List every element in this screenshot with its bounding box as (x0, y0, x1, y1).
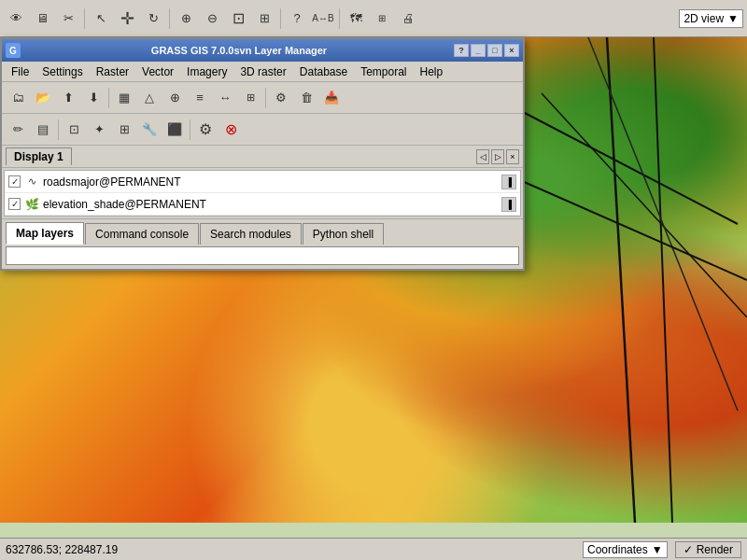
layer-item[interactable]: ✓ ∿ roadsmajor@PERMANENT ▐ (5, 171, 520, 193)
add-overlay-button[interactable]: ⊞ (238, 86, 262, 110)
window-title: GRASS GIS 7.0.0svn Layer Manager (24, 45, 454, 56)
grid-icon[interactable]: ⊞ (370, 7, 394, 31)
tb2-sep2 (190, 119, 190, 140)
layer-checkbox-2[interactable]: ✓ (8, 198, 21, 210)
coord-type-label: Coordinates (587, 543, 648, 556)
menu-settings[interactable]: Settings (36, 63, 88, 80)
content-area: Display 1 ◁ ▷ × ✓ ∿ roadsmajor@PERMANENT… (2, 146, 523, 269)
svg-line-0 (607, 37, 635, 523)
map-icon[interactable]: 🗺 (344, 7, 368, 31)
command-input[interactable] (6, 246, 519, 265)
add-vector-button[interactable]: △ (137, 86, 162, 110)
separator1 (84, 8, 85, 29)
open-button[interactable]: 📂 (31, 86, 55, 110)
query-icon[interactable]: ? (285, 7, 309, 31)
layer-settings-1[interactable]: ▐ (501, 175, 516, 189)
layer-name-1: roadsmajor@PERMANENT (43, 175, 498, 189)
menu-bar: File Settings Raster Vector Imagery 3D r… (2, 62, 523, 82)
tab-python-shell[interactable]: Python shell (303, 223, 384, 245)
zoom-in-icon[interactable]: ⊕ (174, 7, 198, 31)
add-scalebar-button[interactable]: ↔ (213, 86, 237, 110)
view-label: 2D view (684, 12, 724, 25)
display-header: Display 1 ◁ ▷ × (2, 146, 523, 168)
display-close-button[interactable]: × (506, 149, 519, 164)
render-label: Render (697, 543, 733, 556)
layer-settings-2[interactable]: ▐ (501, 197, 516, 212)
menu-file[interactable]: File (6, 63, 35, 80)
import-button[interactable]: ⬆ (56, 86, 80, 110)
tab-search-modules[interactable]: Search modules (200, 223, 302, 245)
zoom-region-icon[interactable]: ⊡ (226, 7, 250, 31)
pointer-icon[interactable]: ↖ (89, 7, 113, 31)
display-tab[interactable]: Display 1 (6, 147, 72, 165)
tab-command-console[interactable]: Command console (85, 223, 199, 245)
attribute-table-button[interactable]: ▤ (31, 118, 55, 142)
display-next-button[interactable]: ▷ (491, 149, 504, 164)
add-legend-button[interactable]: ≡ (188, 86, 212, 110)
distance-icon[interactable]: A↔B (311, 7, 335, 31)
command-input-area (2, 245, 523, 269)
view-dropdown[interactable]: 2D view ▼ (679, 9, 743, 28)
status-bar: 632786.53; 228487.19 Coordinates ▼ ✓ Ren… (0, 538, 747, 560)
display-nav: ◁ ▷ × (476, 149, 519, 164)
eraser-icon[interactable]: ✂ (56, 7, 80, 31)
zoom-pan-icon[interactable]: ⊞ (252, 7, 276, 31)
add-raster-button[interactable]: ▦ (112, 86, 136, 110)
export-button[interactable]: ⬇ (81, 86, 106, 110)
layer-checkbox-1[interactable]: ✓ (8, 175, 21, 188)
menu-temporal[interactable]: Temporal (355, 63, 412, 80)
edit-button[interactable]: ✏ (6, 118, 30, 142)
tb1-sep1 (108, 88, 109, 108)
menu-imagery[interactable]: Imagery (181, 63, 233, 80)
separator4 (339, 8, 340, 29)
layer-type-icon-2: 🌿 (24, 197, 39, 212)
crosshair-icon[interactable]: ✛ (115, 7, 139, 31)
gear-button[interactable]: ⚙ (193, 118, 218, 142)
eye-icon[interactable]: 👁 (4, 7, 28, 31)
print-icon[interactable]: 🖨 (396, 7, 420, 31)
restore-button[interactable]: ? (454, 44, 469, 57)
coordinates-display: 632786.53; 228487.19 (6, 543, 583, 556)
checkmark-icon: ✓ (684, 543, 693, 556)
tb2-sep1 (58, 119, 59, 140)
close-button[interactable]: × (504, 44, 519, 57)
rotate-icon[interactable]: ↻ (141, 7, 165, 31)
map2-button[interactable]: ⬛ (162, 118, 187, 142)
menu-raster[interactable]: Raster (91, 63, 134, 80)
digitize-button[interactable]: ✦ (87, 118, 111, 142)
svg-line-1 (654, 37, 672, 523)
tab-map-layers[interactable]: Map layers (6, 222, 84, 245)
window-controls: ? _ □ × (454, 44, 519, 57)
layer-settings-button[interactable]: ⚙ (269, 86, 293, 110)
tb1-sep2 (265, 88, 266, 108)
title-bar[interactable]: G GRASS GIS 7.0.0svn Layer Manager ? _ □… (2, 39, 523, 62)
remove-layer-button[interactable]: 🗑 (294, 86, 318, 110)
help2-button[interactable]: ⊗ (218, 118, 243, 142)
tools-button[interactable]: 🔧 (137, 118, 162, 142)
select-button[interactable]: ⊡ (62, 118, 86, 142)
chevron-down-icon: ▼ (652, 543, 663, 556)
bottom-tabs: Map layers Command console Search module… (2, 218, 523, 245)
layer-type-icon-1: ∿ (24, 175, 39, 189)
zoom-out-icon[interactable]: ⊖ (200, 7, 224, 31)
add-rgb-button[interactable]: ⊕ (162, 86, 187, 110)
maximize-button[interactable]: □ (487, 44, 502, 57)
menu-database[interactable]: Database (294, 63, 353, 80)
start-map-button[interactable]: 🗂 (6, 86, 30, 110)
import2-button[interactable]: 📥 (319, 86, 344, 110)
menu-help[interactable]: Help (415, 63, 449, 80)
separator3 (280, 8, 281, 29)
render-button[interactable]: ✓ Render (675, 541, 741, 558)
svg-line-5 (514, 177, 747, 280)
toolbar1: 🗂 📂 ⬆ ⬇ ▦ △ ⊕ ≡ ↔ ⊞ ⚙ 🗑 📥 (2, 82, 523, 114)
layer-item[interactable]: ✓ 🌿 elevation_shade@PERMANENT ▐ (5, 193, 520, 216)
georect-button[interactable]: ⊞ (112, 118, 136, 142)
menu-3draster[interactable]: 3D raster (234, 63, 291, 80)
top-toolbar: 👁 🖥 ✂ ↖ ✛ ↻ ⊕ ⊖ ⊡ ⊞ ? A↔B 🗺 ⊞ 🖨 2D view … (0, 0, 747, 37)
coordinates-type-dropdown[interactable]: Coordinates ▼ (583, 541, 668, 558)
menu-vector[interactable]: Vector (136, 63, 179, 80)
monitor-icon[interactable]: 🖥 (30, 7, 54, 31)
svg-line-2 (523, 112, 738, 224)
minimize-button[interactable]: _ (471, 44, 486, 57)
display-prev-button[interactable]: ◁ (476, 149, 489, 164)
